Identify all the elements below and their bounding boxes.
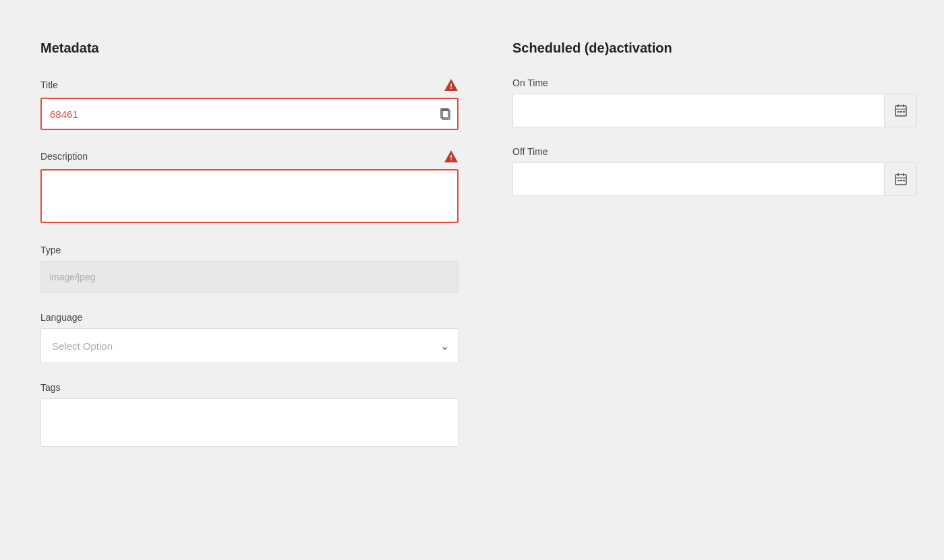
on-time-input[interactable] bbox=[513, 94, 884, 127]
title-warning-icon: ! bbox=[444, 77, 459, 92]
language-field-group: Language Select Option ⌄ bbox=[40, 312, 459, 363]
type-label-row: Type bbox=[40, 245, 459, 255]
svg-rect-19 bbox=[900, 180, 902, 181]
off-time-input[interactable] bbox=[513, 163, 884, 195]
svg-rect-4 bbox=[442, 109, 448, 111]
on-time-label: On Time bbox=[512, 77, 917, 88]
title-input-wrapper bbox=[40, 98, 459, 130]
language-select[interactable]: Select Option bbox=[40, 328, 459, 363]
scheduling-title: Scheduled (de)activation bbox=[512, 40, 917, 56]
language-label: Language bbox=[40, 312, 82, 323]
description-field-group: Description ! bbox=[40, 149, 459, 226]
on-time-input-row bbox=[512, 94, 917, 127]
title-warning-triangle: ! bbox=[444, 78, 459, 92]
page-container: Metadata Title ! bbox=[0, 0, 944, 509]
tags-field-group: Tags bbox=[40, 382, 459, 449]
metadata-section: Metadata Title ! bbox=[40, 40, 459, 468]
calendar-icon bbox=[894, 173, 908, 186]
off-time-calendar-button[interactable] bbox=[884, 163, 916, 195]
svg-text:!: ! bbox=[450, 154, 452, 162]
language-select-wrapper: Select Option ⌄ bbox=[40, 328, 459, 363]
description-label: Description bbox=[40, 151, 88, 162]
tags-label-row: Tags bbox=[40, 382, 459, 393]
svg-rect-13 bbox=[903, 111, 905, 113]
scheduling-section: Scheduled (de)activation On Time bbox=[512, 40, 917, 468]
description-warning-icon: ! bbox=[444, 149, 459, 164]
title-field-group: Title ! bbox=[40, 77, 459, 130]
svg-rect-18 bbox=[897, 180, 899, 181]
tags-input[interactable] bbox=[40, 398, 459, 447]
on-time-field-group: On Time bbox=[512, 77, 917, 127]
language-label-row: Language bbox=[40, 312, 459, 323]
on-time-calendar-button[interactable] bbox=[884, 94, 916, 127]
description-label-row: Description ! bbox=[40, 149, 459, 164]
type-field-group: Type image/jpeg bbox=[40, 245, 459, 293]
svg-rect-20 bbox=[903, 180, 905, 181]
calendar-icon bbox=[894, 104, 908, 117]
description-input[interactable] bbox=[40, 169, 459, 223]
title-label: Title bbox=[40, 80, 58, 90]
off-time-label: Off Time bbox=[512, 146, 917, 157]
title-input[interactable] bbox=[40, 98, 459, 130]
description-warning-triangle: ! bbox=[444, 150, 459, 163]
off-time-input-row bbox=[512, 162, 917, 196]
clipboard-icon bbox=[440, 108, 452, 120]
svg-rect-7 bbox=[895, 106, 906, 116]
title-label-row: Title ! bbox=[40, 77, 459, 92]
svg-text:!: ! bbox=[450, 82, 452, 90]
type-readonly-input: image/jpeg bbox=[40, 261, 459, 293]
type-label: Type bbox=[40, 245, 61, 255]
off-time-field-group: Off Time bbox=[512, 146, 917, 196]
metadata-title: Metadata bbox=[40, 40, 459, 56]
svg-rect-12 bbox=[900, 111, 902, 113]
svg-rect-14 bbox=[895, 175, 906, 185]
tags-label: Tags bbox=[40, 382, 61, 393]
svg-rect-11 bbox=[897, 111, 899, 113]
title-clipboard-button[interactable] bbox=[440, 108, 452, 120]
